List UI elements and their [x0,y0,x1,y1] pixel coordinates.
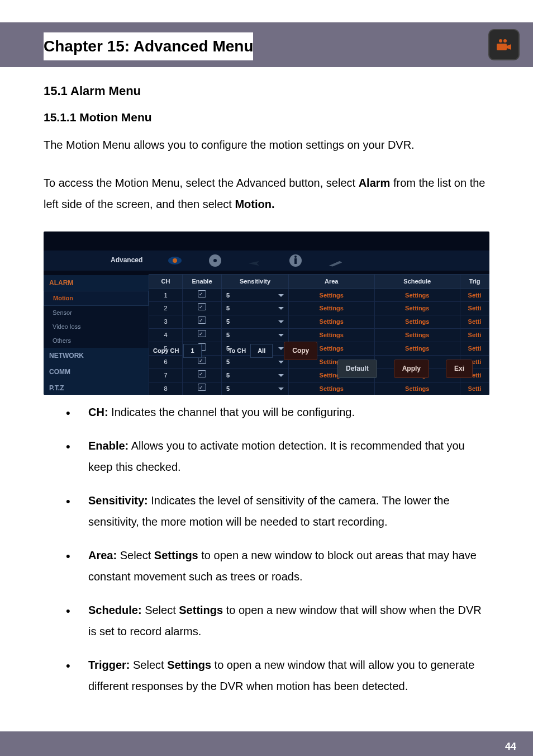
chapter-title: Chapter 15: Advanced Menu [44,32,253,60]
sidebar-item-others[interactable]: Others [44,334,149,348]
intro-paragraph-1: The Motion Menu allows you to configure … [44,134,489,155]
col-enable: Enable [183,274,222,289]
cell-area[interactable]: Settings [289,329,375,342]
svg-point-1 [503,39,507,42]
copy-ch-label: Copy CH [153,345,179,357]
copy-button[interactable]: Copy [284,342,317,360]
cell-trigger[interactable]: Setti [460,289,489,302]
checkbox-icon[interactable] [198,384,206,391]
cell-ch: 4 [149,329,183,342]
cell-trigger[interactable]: Setti [460,382,489,394]
list-item: Enable: Allows you to activate motion de… [44,435,489,478]
cell-enable[interactable] [183,289,222,302]
cell-sensitivity[interactable]: 5 [222,382,289,394]
cell-ch: 1 [149,289,183,302]
cell-ch: 7 [149,368,183,382]
cell-enable[interactable] [183,368,222,382]
bullet-term: Trigger: [88,659,130,671]
chevron-down-icon[interactable] [278,334,284,337]
info-icon[interactable] [288,253,303,268]
arrow-icon[interactable] [248,253,263,268]
checkbox-icon[interactable] [198,290,206,297]
top-strip: Advanced [44,251,489,271]
eye-icon[interactable] [167,253,183,268]
copy-row: Copy CH 1 To CH All Copy [153,342,489,360]
checkbox-icon[interactable] [198,303,206,310]
svg-point-0 [499,39,502,42]
chapter-header: Chapter 15: Advanced Menu [0,22,533,67]
arrow2-icon[interactable] [328,253,344,268]
table-row: 85SettingsSettingsSetti [149,382,489,394]
default-button[interactable]: Default [337,360,377,378]
cell-enable[interactable] [183,382,222,394]
page-number: 44 [505,741,516,753]
cell-area[interactable]: Settings [289,382,375,394]
text-bold: Alarm [359,177,391,189]
cell-area[interactable]: Settings [289,289,375,302]
cell-sensitivity[interactable]: 5 [222,315,289,329]
checkbox-icon[interactable] [198,370,206,377]
chevron-down-icon[interactable] [278,374,284,377]
cell-trigger[interactable]: Setti [460,329,489,342]
copy-to-label: To CH [229,345,246,357]
sidebar: ALARM Motion Sensor Video loss Others NE… [44,275,149,395]
checkbox-icon[interactable] [198,330,206,337]
text-bold: Settings [179,604,223,616]
text: Indicates the channel that you will be c… [108,406,355,418]
cell-schedule[interactable]: Settings [374,329,460,342]
apply-button[interactable]: Apply [394,360,429,378]
copy-to-select[interactable]: All [250,344,273,358]
cell-trigger[interactable]: Setti [460,302,489,315]
cell-schedule[interactable]: Settings [374,302,460,315]
cell-schedule[interactable]: Settings [374,382,460,394]
cell-sensitivity[interactable]: 5 [222,329,289,342]
sidebar-item-sensor[interactable]: Sensor [44,306,149,320]
bullet-term: CH: [88,406,108,418]
cell-enable[interactable] [183,329,222,342]
intro-paragraph-2: To access the Motion Menu, select the Ad… [44,172,489,215]
text: To access the Motion Menu, select the Ad… [44,177,359,189]
text: Select [117,549,154,561]
sidebar-item-motion[interactable]: Motion [44,291,149,306]
cell-enable[interactable] [183,315,222,329]
list-item: CH: Indicates the channel that you will … [44,401,489,423]
list-item: Sensitivity: Indicates the level of sens… [44,490,489,532]
cell-area[interactable]: Settings [289,315,375,329]
cell-sensitivity[interactable]: 5 [222,302,289,315]
list-item: Schedule: Select Settings to open a new … [44,599,489,642]
dvr-screenshot: Advanced ALARM Motion Sensor Video loss … [44,231,489,395]
cell-enable[interactable] [183,302,222,315]
chevron-down-icon[interactable] [278,320,284,323]
disc-icon[interactable] [207,253,223,268]
sidebar-item-video-loss[interactable]: Video loss [44,320,149,334]
cell-trigger[interactable]: Setti [460,315,489,329]
cell-area[interactable]: Settings [289,302,375,315]
text-bold: Motion. [235,198,274,210]
text: Select [142,604,179,616]
cell-schedule[interactable]: Settings [374,315,460,329]
svg-point-4 [173,258,177,263]
sidebar-header-network[interactable]: NETWORK [44,348,149,364]
cell-sensitivity[interactable]: 5 [222,289,289,302]
cell-sensitivity[interactable]: 5 [222,368,289,382]
copy-from-select[interactable]: 1 [183,344,201,358]
chevron-down-icon[interactable] [278,294,284,297]
page-footer: 44 [0,731,533,756]
checkbox-icon[interactable] [198,316,206,324]
cell-ch: 2 [149,302,183,315]
sidebar-header-comm[interactable]: COMM [44,364,149,380]
svg-rect-8 [294,258,297,264]
section-heading-15-1: 15.1 Alarm Menu [44,79,489,103]
chevron-down-icon[interactable] [278,361,284,363]
chevron-down-icon[interactable] [278,388,284,390]
cell-schedule[interactable]: Settings [374,289,460,302]
cell-ch: 8 [149,382,183,394]
exit-button[interactable]: Exi [446,360,473,378]
svg-point-9 [294,256,297,258]
table-row: 25SettingsSettingsSetti [149,302,489,315]
list-item: Area: Select Settings to open a new wind… [44,545,489,587]
sidebar-header-ptz[interactable]: P.T.Z [44,380,149,395]
sidebar-header-alarm[interactable]: ALARM [44,275,149,291]
text-bold: Settings [154,549,198,561]
chevron-down-icon[interactable] [278,307,284,310]
